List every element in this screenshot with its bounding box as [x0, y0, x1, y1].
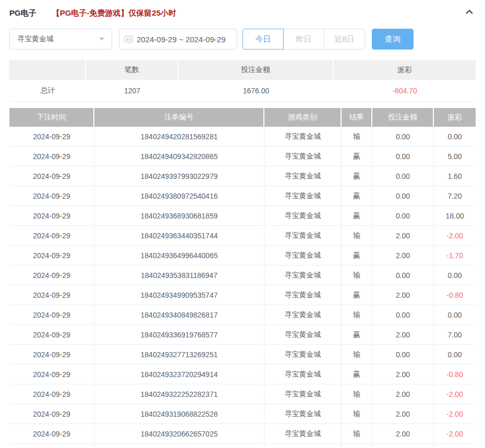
table-row: 2024-09-291840249349909535747寻宝黄金城赢2.00-… — [9, 285, 476, 305]
cell-bet-id: 1840249327713269251 — [94, 345, 264, 364]
filter-bar: 寻宝黄金城 2024-09-29 ~ 2024-09-29 今日 昨日 近8日 … — [9, 29, 476, 50]
search-button[interactable]: 查询 — [372, 29, 414, 50]
empty-cell — [264, 444, 342, 448]
cell-result: 赢 — [342, 147, 372, 166]
summary-total-label: 总计 — [9, 80, 86, 101]
cell-bet-time: 2024-09-29 — [9, 265, 94, 285]
cell-bet-time: 2024-09-29 — [9, 246, 94, 265]
panel-title: PG电子 — [9, 8, 37, 18]
cell-result: 输 — [342, 384, 372, 404]
cell-bet-amount: 0.00 — [372, 206, 434, 225]
cell-result: 赢 — [342, 325, 372, 344]
cell-bet-id: 1840249320662657025 — [94, 424, 264, 443]
cell-game-type: 寻宝黄金城 — [264, 365, 342, 384]
cell-bet-id: 1840249319068822528 — [94, 404, 264, 423]
summary-col-payout: 派彩 — [334, 60, 476, 80]
cell-bet-time: 2024-09-29 — [9, 404, 94, 423]
summary-col-empty — [9, 60, 86, 80]
cell-bet-time: 2024-09-29 — [9, 166, 94, 186]
cell-bet-time: 2024-09-29 — [9, 186, 94, 205]
cell-bet-amount: 0.00 — [372, 345, 434, 364]
cell-bet-id: 1840249363440351744 — [94, 226, 264, 245]
cell-bet-amount: 0.00 — [372, 147, 434, 166]
cell-bet-time: 2024-09-29 — [9, 206, 94, 225]
cell-bet-time: 2024-09-29 — [9, 305, 94, 324]
cell-bet-time: 2024-09-29 — [9, 345, 94, 364]
cell-result: 输 — [342, 404, 372, 423]
table-row-partial — [9, 444, 476, 448]
collapse-button[interactable] — [463, 7, 476, 19]
cell-payout: -2.00 — [434, 404, 476, 423]
cell-game-type: 寻宝黄金城 — [264, 127, 342, 146]
today-button[interactable]: 今日 — [242, 29, 284, 50]
cell-payout: 7.20 — [434, 186, 476, 205]
cell-result: 赢 — [342, 365, 372, 384]
summary-table: 笔数 投注金额 派彩 总计 1207 1676.00 -604.70 — [9, 60, 476, 102]
table-row: 2024-09-291840249327713269251寻宝黄金城输0.000… — [9, 345, 476, 365]
col-bet-amount: 投注金额 — [372, 108, 434, 127]
summary-table-header: 笔数 投注金额 派彩 — [9, 60, 476, 80]
table-row: 2024-09-291840249409342820865寻宝黄金城赢0.005… — [9, 147, 476, 166]
cell-payout: 0.00 — [434, 305, 476, 324]
cell-game-type: 寻宝黄金城 — [264, 246, 342, 265]
date-range-value: 2024-09-29 ~ 2024-09-29 — [137, 35, 226, 44]
table-row: 2024-09-291840249380972540416寻宝黄金城赢0.007… — [9, 186, 476, 206]
calendar-icon — [125, 35, 132, 43]
quick-date-button-group: 今日 昨日 近8日 — [242, 29, 365, 50]
table-row: 2024-09-291840249340849826817寻宝黄金城输0.000… — [9, 305, 476, 325]
summary-col-count: 笔数 — [86, 60, 178, 80]
cell-result: 输 — [342, 424, 372, 443]
last-8-days-button[interactable]: 近8日 — [324, 29, 365, 50]
cell-result: 赢 — [342, 246, 372, 265]
cell-bet-amount: 0.00 — [372, 305, 434, 324]
cell-bet-amount: 2.00 — [372, 226, 434, 245]
col-bet-time: 下注时间 — [9, 108, 94, 127]
panel-notice: 【PG电子-免费游戏】仅保留25小时 — [52, 8, 176, 18]
cell-bet-id: 1840249368930681859 — [94, 206, 264, 225]
cell-bet-id: 1840249353831186947 — [94, 265, 264, 285]
cell-game-type: 寻宝黄金城 — [264, 404, 342, 423]
empty-cell — [94, 444, 264, 448]
chevron-down-icon — [99, 38, 104, 41]
cell-game-type: 寻宝黄金城 — [264, 186, 342, 205]
pg-records-panel: PG电子 【PG电子-免费游戏】仅保留25小时 寻宝黄金城 2024-09-29… — [0, 0, 485, 448]
game-select-value: 寻宝黄金城 — [17, 34, 99, 44]
col-result: 结果 — [342, 108, 372, 127]
cell-bet-time: 2024-09-29 — [9, 285, 94, 305]
cell-game-type: 寻宝黄金城 — [264, 325, 342, 344]
cell-bet-time: 2024-09-29 — [9, 127, 94, 146]
cell-bet-id: 1840249380972540416 — [94, 186, 264, 205]
cell-game-type: 寻宝黄金城 — [264, 147, 342, 166]
table-row: 2024-09-291840249320662657025寻宝黄金城输2.00-… — [9, 424, 476, 444]
cell-bet-amount: 0.00 — [372, 186, 434, 205]
table-row: 2024-09-291840249368930681859寻宝黄金城赢0.001… — [9, 206, 476, 226]
col-bet-id: 注单编号 — [94, 108, 264, 127]
table-row: 2024-09-291840249323720294914寻宝黄金城赢2.00-… — [9, 365, 476, 384]
date-range-input[interactable]: 2024-09-29 ~ 2024-09-29 — [119, 29, 237, 50]
cell-result: 输 — [342, 226, 372, 245]
empty-cell — [372, 444, 434, 448]
summary-total-bet-amount: 1676.00 — [178, 80, 334, 101]
summary-col-bet-amount: 投注金额 — [178, 60, 334, 80]
cell-payout: -2.00 — [434, 424, 476, 443]
cell-game-type: 寻宝黄金城 — [264, 265, 342, 285]
table-row: 2024-09-291840249319068822528寻宝黄金城输2.00-… — [9, 404, 476, 424]
cell-payout: 7.00 — [434, 325, 476, 344]
bet-records-table-body: 2024-09-291840249420281569281寻宝黄金城输0.000… — [9, 127, 476, 448]
cell-bet-amount: 2.00 — [372, 384, 434, 404]
cell-bet-amount: 0.00 — [372, 166, 434, 186]
empty-cell — [434, 444, 476, 448]
cell-result: 输 — [342, 127, 372, 146]
cell-bet-id: 1840249322252282371 — [94, 384, 264, 404]
panel-header: PG电子 【PG电子-免费游戏】仅保留25小时 — [9, 0, 476, 24]
col-game-type: 游戏类别 — [264, 108, 342, 127]
cell-result: 赢 — [342, 186, 372, 205]
cell-payout: 5.00 — [434, 147, 476, 166]
cell-bet-amount: 2.00 — [372, 246, 434, 265]
game-select[interactable]: 寻宝黄金城 — [9, 29, 112, 50]
cell-payout: 0.00 — [434, 265, 476, 285]
yesterday-button[interactable]: 昨日 — [283, 29, 324, 50]
cell-payout: -0.80 — [434, 365, 476, 384]
cell-bet-time: 2024-09-29 — [9, 365, 94, 384]
cell-bet-id: 1840249340849826817 — [94, 305, 264, 324]
